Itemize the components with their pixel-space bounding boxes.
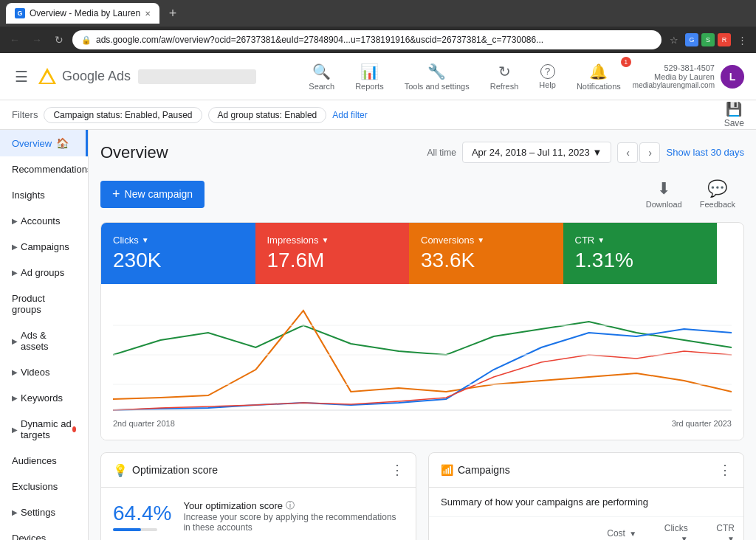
date-label: All time	[427, 148, 456, 158]
sidebar-item-overview[interactable]: Overview 🏠	[0, 130, 88, 156]
sidebar-exclusions-label: Exclusions	[12, 481, 58, 492]
optimization-icon: 💡	[113, 463, 128, 477]
refresh-tool[interactable]: ↻ Refresh	[481, 58, 528, 95]
notifications-label: Notifications	[577, 82, 621, 91]
url-text: ads.google.com/aw/overview?ocid=26737381…	[96, 35, 543, 45]
impressions-value: 17.6M	[267, 249, 398, 272]
impressions-metric[interactable]: Impressions ▼ 17.6M	[255, 223, 410, 284]
reports-label: Reports	[355, 82, 384, 91]
sidebar-item-videos[interactable]: ▶ Videos	[0, 359, 88, 385]
new-campaign-button[interactable]: + New campaign	[100, 181, 205, 208]
account-email: mediabylaurengmail.com	[633, 81, 715, 89]
sidebar-accounts-label: Accounts	[21, 215, 60, 226]
avatar[interactable]: L	[721, 65, 744, 89]
extension-icon-2[interactable]: S	[701, 33, 715, 46]
search-tool[interactable]: 🔍 Search	[300, 58, 343, 95]
sidebar-item-settings[interactable]: ▶ Settings	[0, 499, 88, 525]
tab-title: Overview - Media by Lauren	[30, 8, 140, 18]
ctr-value: 1.31%	[575, 249, 706, 272]
download-label: Download	[646, 200, 682, 209]
sidebar-item-exclusions[interactable]: Exclusions	[0, 474, 88, 499]
metrics-more-button[interactable]: ⋮	[717, 223, 743, 284]
clicks-caret-icon: ▼	[142, 236, 149, 244]
sidebar-item-audiences[interactable]: Audiences	[0, 448, 88, 474]
sidebar-item-ad-groups[interactable]: ▶ Ad groups	[0, 260, 88, 285]
metrics-card: Clicks ▼ 230K Impressions ▼ 17.6M	[100, 222, 744, 440]
new-tab-button[interactable]: +	[162, 3, 183, 24]
back-button[interactable]: ←	[6, 31, 24, 49]
download-button[interactable]: ⬇ Download	[637, 175, 691, 213]
save-icon: 💾	[726, 101, 742, 117]
sidebar-insights-label: Insights	[12, 190, 45, 201]
help-tool[interactable]: ? Help	[530, 60, 565, 94]
sidebar-item-campaigns[interactable]: ▶ Campaigns	[0, 234, 88, 260]
extension-icon-1[interactable]: G	[685, 33, 698, 46]
account-info: 529-381-4507 Media by Lauren mediabylaur…	[633, 63, 744, 89]
optimization-more-button[interactable]: ⋮	[391, 462, 404, 478]
tools-settings-tool[interactable]: 🔧 Tools and settings	[396, 58, 478, 95]
bookmark-icon[interactable]: ☆	[666, 32, 682, 48]
campaign-status-filter[interactable]: Campaign status: Enabled, Paused	[44, 107, 202, 123]
sidebar-item-devices[interactable]: Devices	[0, 525, 88, 540]
chart-dates: 2nd quarter 2018 3rd quarter 2023	[113, 419, 732, 428]
sidebar-item-product-groups[interactable]: Product groups	[0, 285, 88, 322]
ctr-metric[interactable]: CTR ▼ 1.31%	[563, 223, 718, 284]
sidebar-item-ads-assets[interactable]: ▶ Ads & assets	[0, 322, 88, 359]
dropdown-icon: ▼	[593, 147, 602, 158]
prev-date-button[interactable]: ‹	[617, 142, 638, 163]
reports-tool[interactable]: 📊 Reports	[346, 58, 393, 95]
sidebar-item-keywords[interactable]: ▶ Keywords	[0, 385, 88, 411]
chart-end-date: 3rd quarter 2023	[672, 419, 732, 428]
sidebar-recommendations-label: Recommendations	[12, 164, 89, 175]
next-date-button[interactable]: ›	[639, 142, 660, 163]
conversions-metric[interactable]: Conversions ▼ 33.6K	[409, 223, 563, 284]
active-tab[interactable]: G Overview - Media by Lauren ✕	[6, 3, 159, 24]
extension-icon-3[interactable]: R	[718, 33, 731, 46]
clicks-sort-icon: ▼	[681, 535, 688, 540]
opt-score-subtitle: Increase your score by applying the reco…	[183, 512, 404, 533]
help-icon: ?	[540, 64, 555, 79]
sidebar-videos-label: Videos	[21, 367, 50, 378]
sidebar-devices-label: Devices	[12, 533, 46, 540]
google-ads-label: Google Ads	[62, 69, 131, 84]
sidebar-item-accounts[interactable]: ▶ Accounts	[0, 208, 88, 234]
col-cost[interactable]: Cost ▼	[549, 517, 645, 540]
save-button[interactable]: 💾 Save	[724, 101, 744, 128]
campaigns-more-button[interactable]: ⋮	[718, 462, 732, 478]
hamburger-menu[interactable]: ☰	[12, 65, 31, 89]
optimization-content: 64.4% Your optimization score ⓘ	[101, 488, 416, 540]
browser-controls: ← → ↻ 🔒 ads.google.com/aw/overview?ocid=…	[0, 27, 756, 53]
tools-icon: 🔧	[427, 63, 446, 80]
sidebar-item-insights[interactable]: Insights	[0, 182, 88, 208]
address-bar[interactable]: 🔒 ads.google.com/aw/overview?ocid=267373…	[72, 30, 662, 49]
nav-tools: 🔍 Search 📊 Reports 🔧 Tools and settings …	[300, 58, 744, 95]
add-filter-button[interactable]: Add filter	[332, 110, 367, 120]
date-range-picker[interactable]: Apr 24, 2018 – Jul 11, 2023 ▼	[462, 142, 612, 163]
impressions-caret-icon: ▼	[322, 236, 329, 244]
save-label: Save	[724, 118, 744, 128]
show-last-30-button[interactable]: Show last 30 days	[666, 147, 744, 158]
top-nav: ☰ Google Ads 🔍 Search 📊 Reports 🔧 Tools …	[0, 53, 756, 100]
campaigns-panel-title: 📶 Campaigns	[441, 464, 718, 476]
campaigns-table-header: Cost ▼ Clicks ▼ CTR ▼	[429, 517, 743, 540]
plus-icon: +	[112, 187, 120, 202]
col-clicks[interactable]: Clicks ▼	[645, 517, 697, 540]
campaigns-table: Cost ▼ Clicks ▼ CTR ▼	[429, 517, 743, 540]
feedback-button[interactable]: 💬 Feedback	[691, 175, 744, 213]
dynamic-alert-dot	[72, 426, 76, 432]
notifications-tool[interactable]: 🔔 1 Notifications	[568, 58, 630, 95]
browser-extension-icons: ☆ G S R ⋮	[666, 32, 750, 48]
sidebar-item-dynamic-ad-targets[interactable]: ▶ Dynamic ad targets	[0, 411, 88, 448]
ad-group-status-filter[interactable]: Ad group status: Enabled	[208, 107, 327, 123]
forward-button[interactable]: →	[28, 31, 46, 49]
campaigns-panel-header: 📶 Campaigns ⋮	[429, 453, 743, 488]
clicks-metric[interactable]: Clicks ▼ 230K	[101, 223, 255, 284]
col-ctr[interactable]: CTR ▼	[697, 517, 743, 540]
optimization-panel-header: 💡 Optimization score ⋮	[101, 453, 416, 488]
feedback-icon: 💬	[707, 179, 727, 198]
refresh-button[interactable]: ↻	[50, 31, 68, 49]
opt-progress-fill	[113, 528, 141, 531]
sidebar-item-recommendations[interactable]: Recommendations	[0, 156, 88, 182]
extension-icon-4[interactable]: ⋮	[734, 32, 750, 48]
close-tab-button[interactable]: ✕	[145, 10, 151, 18]
